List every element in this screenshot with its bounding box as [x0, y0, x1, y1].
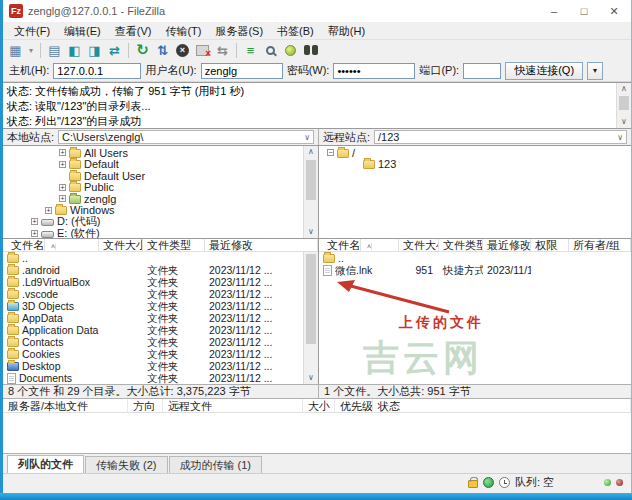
- expand-icon[interactable]: +: [31, 218, 38, 225]
- local-site-combo[interactable]: C:\Users\zenglg\ ∨: [58, 130, 314, 144]
- queue-list[interactable]: [3, 413, 631, 454]
- queue-col-server-local[interactable]: 服务器/本地文件: [3, 399, 128, 413]
- site-manager-icon[interactable]: ▦: [7, 42, 24, 59]
- quickconnect-button[interactable]: 快速连接(Q): [505, 62, 583, 80]
- local-tree-icon[interactable]: ◧: [66, 42, 83, 59]
- minimize-button[interactable]: –: [539, 0, 569, 22]
- process-queue-icon[interactable]: ⇅: [154, 42, 171, 59]
- table-row[interactable]: Application Data文件夹2023/11/12 ...: [3, 324, 318, 336]
- log-scrollbar[interactable]: ∧ ∨: [616, 83, 631, 128]
- chevron-down-icon[interactable]: ∨: [617, 133, 623, 142]
- tree-item[interactable]: +Public: [3, 182, 318, 194]
- tree-item[interactable]: 123: [319, 159, 631, 171]
- column-header-name[interactable]: 文件名˄: [3, 239, 99, 252]
- tree-item[interactable]: +Default: [3, 159, 318, 171]
- refresh-icon[interactable]: ↻: [134, 42, 151, 59]
- column-header-type[interactable]: 文件类型: [439, 239, 483, 252]
- menu-view[interactable]: 查看(V): [108, 23, 159, 39]
- cancel-icon[interactable]: ×: [174, 42, 191, 59]
- scroll-thumb[interactable]: [619, 96, 629, 110]
- encryption-status-icon[interactable]: [483, 477, 494, 488]
- synchronized-browsing-icon[interactable]: [282, 42, 299, 59]
- column-header-type[interactable]: 文件类型: [143, 239, 205, 252]
- remote-tree-icon[interactable]: ◨: [86, 42, 103, 59]
- collapse-icon[interactable]: −: [327, 149, 334, 156]
- queue-col-status[interactable]: 状态: [373, 399, 631, 413]
- filter-icon[interactable]: ≡: [242, 42, 259, 59]
- username-input[interactable]: [201, 63, 283, 79]
- table-row[interactable]: 3D Objects文件夹2023/11/12 ...: [3, 300, 318, 312]
- directory-compare-icon[interactable]: ⇄: [106, 42, 123, 59]
- table-row[interactable]: .vscode文件夹2023/11/12 ...: [3, 288, 318, 300]
- tab-queued-files[interactable]: 列队的文件: [7, 455, 84, 473]
- scroll-up-icon[interactable]: ∧: [304, 146, 318, 158]
- scroll-thumb[interactable]: [306, 254, 316, 344]
- expand-icon[interactable]: +: [45, 207, 52, 214]
- table-row[interactable]: Contacts文件夹2023/11/12 ...: [3, 336, 318, 348]
- tree-item[interactable]: −/: [319, 147, 631, 159]
- scroll-up-icon[interactable]: ∧: [617, 83, 631, 95]
- scroll-down-icon[interactable]: ∨: [617, 116, 631, 128]
- column-header-owner[interactable]: 所有者/组: [569, 239, 631, 252]
- scroll-thumb[interactable]: [306, 160, 316, 200]
- disconnect-icon[interactable]: ×: [194, 42, 211, 59]
- table-row[interactable]: Cookies文件夹2023/11/12 ...: [3, 348, 318, 360]
- tree-item[interactable]: +D: (代码): [3, 216, 318, 228]
- tree-item[interactable]: +zenglg: [3, 193, 318, 205]
- tree-item[interactable]: +Windows: [3, 205, 318, 217]
- queue-col-size[interactable]: 大小: [303, 399, 335, 413]
- table-row[interactable]: AppData文件夹2023/11/12 ...: [3, 312, 318, 324]
- table-row[interactable]: Desktop文件夹2023/11/12 ...: [3, 360, 318, 372]
- tab-failed-transfers[interactable]: 传输失败 (2): [85, 456, 168, 473]
- host-input[interactable]: [53, 63, 141, 79]
- menu-edit[interactable]: 编辑(E): [57, 23, 108, 39]
- expand-icon[interactable]: +: [59, 184, 66, 191]
- maximize-button[interactable]: □: [569, 0, 599, 22]
- port-input[interactable]: [463, 63, 501, 79]
- reconnect-icon[interactable]: ⇆: [214, 42, 231, 59]
- tree-item[interactable]: +E: (软件): [3, 228, 318, 240]
- table-row[interactable]: 微信.lnk951快捷方式2023/11/1...: [319, 264, 631, 276]
- tab-successful-transfers[interactable]: 成功的传输 (1): [169, 456, 263, 473]
- table-row[interactable]: Documents文件夹2023/11/12 ...: [3, 372, 318, 384]
- menu-transfer[interactable]: 传输(T): [158, 23, 208, 39]
- site-manager-dropdown-icon[interactable]: ▾: [27, 42, 35, 59]
- lock-icon[interactable]: [468, 480, 478, 488]
- column-header-name[interactable]: 文件名˄: [319, 239, 399, 252]
- table-row[interactable]: ..: [319, 252, 631, 264]
- remote-site-combo[interactable]: /123 ∨: [374, 130, 627, 144]
- column-header-size[interactable]: 文件大小: [99, 239, 143, 252]
- queue-col-direction[interactable]: 方向: [128, 399, 163, 413]
- password-input[interactable]: [333, 63, 415, 79]
- chevron-down-icon[interactable]: ∨: [304, 133, 310, 142]
- local-tree-scrollbar[interactable]: ∧ ∨: [303, 146, 318, 238]
- column-header-size[interactable]: 文件大小: [399, 239, 439, 252]
- expand-icon[interactable]: +: [59, 195, 66, 202]
- quickconnect-dropdown-icon[interactable]: ▾: [587, 62, 603, 80]
- directory-comparison-icon[interactable]: [262, 42, 279, 59]
- table-row[interactable]: .android文件夹2023/11/12 ...: [3, 264, 318, 276]
- scroll-down-icon[interactable]: ∨: [304, 226, 318, 238]
- column-header-modified[interactable]: 最近修改: [483, 239, 531, 252]
- queue-col-remote-file[interactable]: 远程文件: [163, 399, 303, 413]
- expand-icon[interactable]: +: [59, 149, 66, 156]
- table-row[interactable]: .Ld9VirtualBox文件夹2023/11/12 ...: [3, 276, 318, 288]
- queue-col-priority[interactable]: 优先级: [335, 399, 373, 413]
- table-row[interactable]: ..: [3, 252, 318, 264]
- expand-icon[interactable]: +: [59, 161, 66, 168]
- find-files-icon[interactable]: [302, 42, 319, 59]
- tree-item[interactable]: Default User: [3, 170, 318, 182]
- expand-icon[interactable]: +: [31, 230, 38, 237]
- menu-help[interactable]: 帮助(H): [321, 23, 372, 39]
- local-list-scrollbar[interactable]: ∨: [303, 252, 318, 384]
- message-log-icon[interactable]: ▤: [46, 42, 63, 59]
- column-header-permissions[interactable]: 权限: [531, 239, 569, 252]
- menu-file[interactable]: 文件(F): [7, 23, 57, 39]
- scroll-down-icon[interactable]: ∨: [304, 372, 318, 384]
- menu-bookmarks[interactable]: 书签(B): [270, 23, 321, 39]
- clock-icon[interactable]: [499, 477, 510, 488]
- tree-item[interactable]: +All Users: [3, 147, 318, 159]
- menu-server[interactable]: 服务器(S): [208, 23, 270, 39]
- close-button[interactable]: ✕: [599, 0, 629, 22]
- column-header-modified[interactable]: 最近修改: [205, 239, 318, 252]
